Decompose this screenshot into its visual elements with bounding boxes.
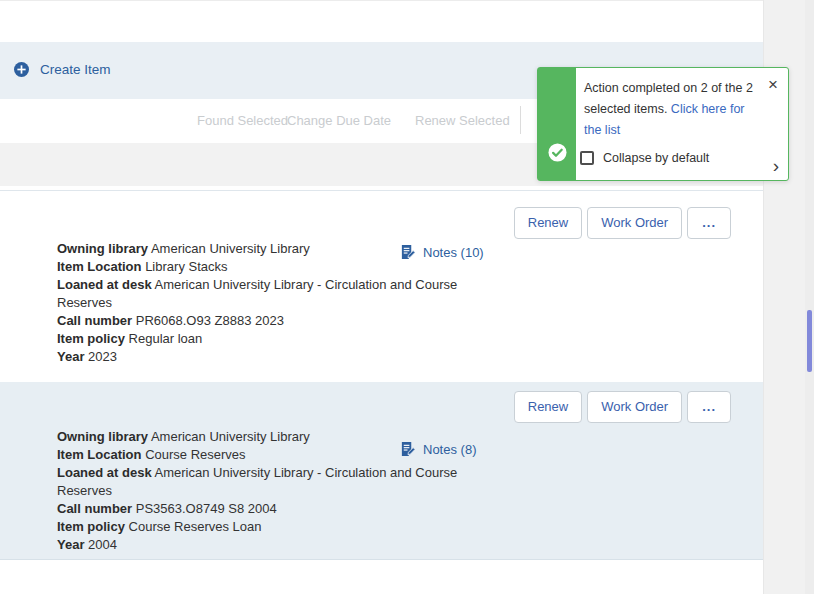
- change-due-date-button[interactable]: Change Due Date: [287, 113, 391, 128]
- item-field: Year 2023: [57, 348, 469, 366]
- field-label: Year: [57, 349, 84, 364]
- toast-message: Action completed on 2 of the 2 selected …: [584, 78, 760, 141]
- field-label: Owning library: [57, 241, 148, 256]
- item-field: Year 2004: [57, 536, 469, 554]
- item-field: Item Location Library Stacks: [57, 258, 469, 276]
- field-value: PS3563.O8749 S8 2004: [136, 501, 277, 516]
- close-icon[interactable]: ×: [768, 76, 778, 93]
- chevron-right-icon[interactable]: ›: [773, 156, 779, 175]
- loans-list-screen: Create Item Found Selected Change Due Da…: [0, 0, 814, 594]
- scrollbar-track[interactable]: [805, 0, 814, 594]
- item-field: Item policy Course Reserves Loan: [57, 518, 469, 536]
- top-divider: [0, 0, 814, 1]
- create-item-button[interactable]: Create Item: [14, 62, 111, 77]
- success-toast: × Action completed on 2 of the 2 selecte…: [537, 67, 789, 181]
- item-field: Item policy Regular loan: [57, 330, 469, 348]
- toast-success-strip: [538, 68, 576, 180]
- renew-button[interactable]: Renew: [514, 207, 582, 239]
- collapse-checkbox[interactable]: [580, 151, 594, 165]
- field-label: Item policy: [57, 331, 125, 346]
- loan-item-card: Renew Work Order ... Notes (8) Owning li…: [0, 382, 763, 560]
- item-details: Owning library American University Libra…: [57, 240, 469, 366]
- toolbar-divider: [520, 106, 521, 134]
- scrollbar-thumb[interactable]: [807, 310, 812, 372]
- renew-button[interactable]: Renew: [514, 391, 582, 423]
- work-order-button[interactable]: Work Order: [587, 207, 682, 239]
- create-item-label: Create Item: [40, 62, 111, 77]
- field-value: 2023: [88, 349, 117, 364]
- item-field: Call number PR6068.O93 Z8883 2023: [57, 312, 469, 330]
- check-circle-icon: [548, 143, 567, 162]
- field-label: Call number: [57, 501, 132, 516]
- work-order-button[interactable]: Work Order: [587, 391, 682, 423]
- item-field: Owning library American University Libra…: [57, 428, 469, 446]
- more-actions-button[interactable]: ...: [687, 391, 731, 423]
- item-actions: Renew Work Order ...: [514, 391, 731, 423]
- item-field: Item Location Course Reserves: [57, 446, 469, 464]
- found-selected-button[interactable]: Found Selected: [197, 113, 288, 128]
- collapse-by-default-option[interactable]: Collapse by default: [580, 151, 709, 165]
- field-label: Owning library: [57, 429, 148, 444]
- field-label: Call number: [57, 313, 132, 328]
- field-value: 2004: [88, 537, 117, 552]
- field-value: Course Reserves: [145, 447, 245, 462]
- item-field: Owning library American University Libra…: [57, 240, 469, 258]
- renew-selected-button[interactable]: Renew Selected: [415, 113, 510, 128]
- plus-circle-icon: [14, 62, 29, 77]
- field-value: Course Reserves Loan: [129, 519, 262, 534]
- field-value: American University Library: [151, 241, 310, 256]
- field-value: American University Library: [151, 429, 310, 444]
- field-label: Item policy: [57, 519, 125, 534]
- field-label: Item Location: [57, 259, 142, 274]
- field-label: Item Location: [57, 447, 142, 462]
- item-field: Loaned at desk American University Libra…: [57, 464, 469, 500]
- item-field: Loaned at desk American University Libra…: [57, 276, 469, 312]
- collapse-checkbox-label: Collapse by default: [603, 151, 709, 165]
- field-label: Year: [57, 537, 84, 552]
- field-value: PR6068.O93 Z8883 2023: [136, 313, 284, 328]
- more-actions-button[interactable]: ...: [687, 207, 731, 239]
- item-actions: Renew Work Order ...: [514, 207, 731, 239]
- item-field: Call number PS3563.O8749 S8 2004: [57, 500, 469, 518]
- field-value: Library Stacks: [145, 259, 227, 274]
- field-value: Regular loan: [129, 331, 203, 346]
- field-label: Loaned at desk: [57, 277, 152, 292]
- field-label: Loaned at desk: [57, 465, 152, 480]
- item-details: Owning library American University Libra…: [57, 428, 469, 554]
- loan-item-card: Renew Work Order ... Notes (10) Owning l…: [0, 190, 763, 382]
